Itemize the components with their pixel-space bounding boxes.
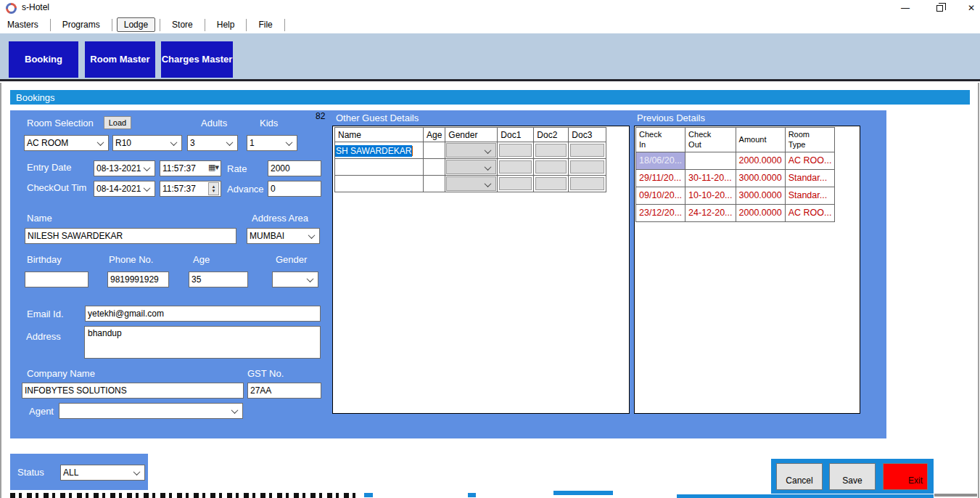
checkout-cell[interactable]: 30-11-20... [685, 169, 736, 187]
guest-name-input[interactable]: NILESH SAWARDEKAR [25, 228, 236, 244]
guest-name-cell[interactable]: SH SAWARDEKAR [335, 142, 424, 159]
gst-input[interactable]: 27AA [247, 383, 321, 399]
guest-name-cell[interactable] [335, 159, 424, 176]
chevron-down-icon [144, 184, 151, 192]
guest-doc2-cell[interactable] [534, 159, 569, 176]
amount-cell[interactable]: 2000.0000 [736, 204, 785, 221]
restore-button[interactable] [927, 0, 952, 16]
menu-tab-help[interactable]: Help [210, 17, 242, 32]
menu-tab-file[interactable]: File [251, 17, 279, 32]
guest-name-cell[interactable] [335, 176, 424, 192]
guest-doc1-cell[interactable] [498, 159, 534, 176]
checkin-cell[interactable]: 09/10/20... [636, 187, 685, 204]
minimize-button[interactable]: — [893, 0, 918, 16]
gender-cell-select[interactable] [446, 143, 496, 158]
address-area-select[interactable]: MUMBAI [247, 228, 320, 244]
menu-tab-programs[interactable]: Programs [55, 17, 107, 32]
checkin-cell[interactable]: 23/12/20... [636, 204, 685, 221]
doc-button[interactable] [535, 144, 567, 157]
status-select[interactable]: ALL [60, 465, 145, 481]
guest-age-cell[interactable] [424, 176, 445, 192]
room-master-button[interactable]: Room Master [85, 41, 155, 78]
email-input[interactable]: yetekhi@gmail.com [85, 306, 321, 322]
cancel-button[interactable]: Cancel [776, 463, 823, 490]
guest-doc3-cell[interactable] [569, 159, 606, 176]
checkout-cell[interactable] [685, 152, 736, 169]
age-input[interactable]: 35 [189, 272, 248, 287]
amount-cell[interactable]: 2000.0000 [736, 152, 785, 169]
guest-gender-cell[interactable] [445, 159, 498, 176]
col-header-name: Name [335, 128, 424, 142]
checkin-cell[interactable]: 18/06/20... [636, 152, 685, 169]
guest-doc1-cell[interactable] [498, 142, 534, 159]
doc-button[interactable] [535, 160, 567, 174]
checkin-cell[interactable]: 29/11/20... [636, 169, 685, 187]
charges-master-button[interactable]: Charges Master [161, 41, 233, 78]
gender-cell-select[interactable] [446, 176, 496, 191]
company-name-input[interactable]: INFOBYTES SOLUTIONS [22, 383, 244, 399]
advance-input[interactable]: 0 [268, 181, 321, 197]
birthday-input[interactable] [25, 272, 88, 287]
col-header-doc2: Doc2 [534, 128, 569, 142]
other-guests-table: Name Age Gender Doc1 Doc2 Doc3 SH SAWARD… [334, 127, 606, 192]
chevron-down-icon [170, 139, 178, 146]
menu-tab-masters[interactable]: Masters [0, 17, 46, 32]
window-title: s-Hotel [22, 2, 49, 12]
gender-select[interactable] [272, 272, 318, 287]
checkout-time-picker[interactable]: 11:57:37 ▲▼ [160, 181, 221, 197]
kids-select[interactable]: 1 [247, 135, 297, 151]
close-button[interactable]: ✕ [959, 0, 980, 16]
amount-cell[interactable]: 3000.0000 [736, 187, 785, 204]
guest-gender-cell[interactable] [445, 176, 498, 192]
roomtype-cell[interactable]: AC ROO... [785, 152, 835, 169]
doc-button[interactable] [570, 144, 604, 157]
checkout-cell[interactable]: 10-10-20... [685, 187, 736, 204]
doc-button[interactable] [570, 177, 604, 190]
record-counter: 82 [316, 111, 336, 121]
address-input[interactable]: bhandup [84, 326, 321, 359]
adults-select[interactable]: 3 [187, 135, 238, 151]
entry-time-picker[interactable]: 11:57:37 ▦▾ [160, 160, 221, 176]
roomtype-cell[interactable]: Standar... [785, 169, 835, 187]
spinner-control[interactable]: ▲▼ [208, 182, 219, 195]
guest-gender-cell[interactable] [445, 142, 498, 159]
guest-age-cell[interactable] [424, 142, 445, 159]
booking-button[interactable]: Booking [9, 41, 78, 78]
col-header-doc3: Doc3 [569, 128, 606, 142]
chevron-down-icon [231, 407, 239, 414]
col-header-amount: Amount [736, 128, 785, 152]
checkout-cell[interactable]: 24-12-20... [685, 204, 736, 221]
doc-button[interactable] [570, 160, 604, 174]
guest-age-cell[interactable] [424, 159, 445, 176]
guest-doc3-cell[interactable] [569, 176, 606, 192]
cutoff-fragment [553, 491, 613, 495]
save-button[interactable]: Save [829, 463, 876, 490]
roomtype-cell[interactable]: AC ROO... [785, 204, 835, 221]
roomtype-cell[interactable]: Standar... [785, 187, 835, 204]
menu-tab-lodge[interactable]: Lodge [117, 17, 155, 32]
load-button[interactable]: Load [104, 116, 131, 129]
rate-input[interactable]: 2000 [268, 160, 321, 176]
exit-button[interactable]: Exit [883, 463, 928, 490]
phone-input[interactable]: 9819991929 [107, 272, 169, 287]
doc-button[interactable] [535, 177, 567, 190]
chevron-down-icon [485, 147, 492, 154]
title-bar: s-Hotel — ✕ [0, 0, 980, 16]
checkout-date-picker[interactable]: 08-14-2021 [94, 181, 155, 197]
room-number-select[interactable]: R10 [112, 135, 182, 151]
room-type-select[interactable]: AC ROOM [24, 135, 109, 151]
amount-cell[interactable]: 3000.0000 [736, 169, 785, 187]
menu-tab-store[interactable]: Store [165, 17, 200, 32]
guest-doc2-cell[interactable] [534, 176, 569, 192]
doc-button[interactable] [499, 144, 532, 157]
guest-doc2-cell[interactable] [534, 142, 569, 159]
gender-cell-select[interactable] [446, 160, 496, 174]
guest-doc3-cell[interactable] [569, 142, 606, 159]
entry-date-picker[interactable]: 08-13-2021 [94, 160, 155, 176]
agent-select[interactable] [59, 403, 243, 419]
entry-date-label: Entry Date [27, 162, 71, 173]
doc-button[interactable] [499, 177, 532, 190]
doc-button[interactable] [499, 160, 532, 174]
guest-doc1-cell[interactable] [498, 176, 534, 192]
cutoff-grid-text-fragment [10, 493, 357, 498]
